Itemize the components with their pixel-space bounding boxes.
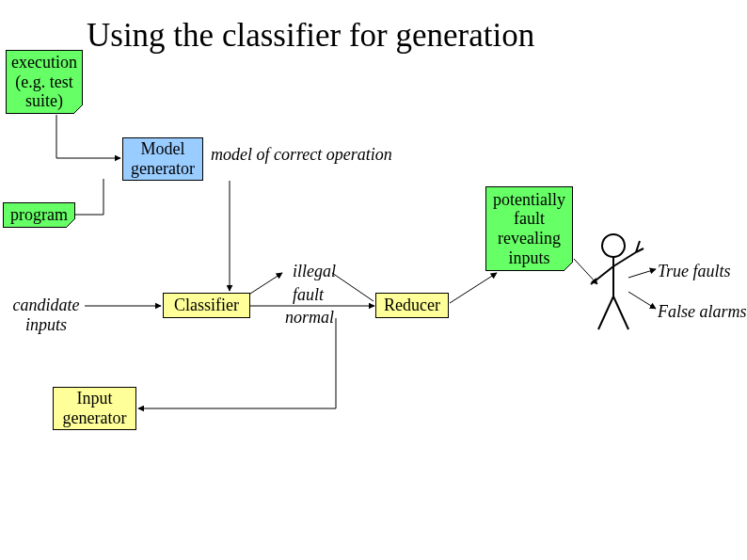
svg-line-5 — [636, 248, 644, 252]
box-pfri: potentially fault revealing inputs — [485, 186, 573, 271]
label-candidate-inputs: candidate inputs — [8, 296, 85, 334]
box-execution-label: execution (e.g. test suite) — [11, 53, 77, 111]
box-input-generator: Input generator — [53, 387, 136, 430]
box-classifier: Classifier — [163, 293, 250, 318]
box-execution: execution (e.g. test suite) — [6, 50, 83, 114]
svg-line-3 — [613, 252, 636, 266]
note-corner-icon — [66, 218, 75, 228]
label-false-alarms: False alarms — [658, 302, 747, 322]
box-model-generator: Model generator — [122, 137, 203, 181]
diagram-title: Using the classifier for generation — [87, 17, 534, 55]
label-model-correct: model of correct operation — [211, 145, 392, 165]
box-pfri-label: potentially fault revealing inputs — [493, 190, 565, 268]
label-true-faults: True faults — [658, 262, 731, 281]
box-reducer-label: Reducer — [384, 296, 440, 315]
box-program-label: program — [10, 205, 68, 225]
box-model-generator-label: Model generator — [131, 139, 195, 178]
label-normal: normal — [285, 308, 334, 328]
svg-line-6 — [598, 296, 613, 329]
box-reducer: Reducer — [375, 293, 449, 318]
note-corner-icon — [564, 262, 573, 271]
box-program: program — [3, 202, 75, 228]
svg-point-0 — [602, 234, 625, 257]
person-icon — [591, 234, 644, 329]
box-classifier-label: Classifier — [174, 296, 239, 315]
svg-line-4 — [636, 241, 640, 252]
box-input-generator-label: Input generator — [63, 389, 127, 427]
svg-line-7 — [613, 296, 628, 329]
label-fault: fault — [293, 285, 324, 305]
label-illegal: illegal — [293, 262, 336, 281]
svg-line-2 — [591, 266, 613, 284]
diagram-arrows — [0, 0, 747, 560]
note-corner-icon — [73, 104, 83, 114]
